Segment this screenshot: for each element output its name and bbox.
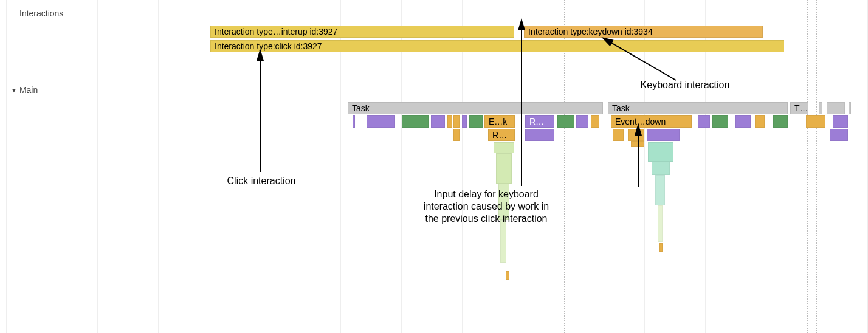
annotation-click-interaction: Click interaction [207,175,316,187]
task-block[interactable] [819,102,822,114]
flame-block[interactable] [353,115,355,128]
track-header-main[interactable]: ▼Main [11,85,38,95]
annotation-keyboard-interaction: Keyboard interaction [621,79,749,91]
flame-block[interactable] [506,271,509,280]
flame-block[interactable] [806,115,825,128]
task-block[interactable] [827,102,845,114]
flame-block[interactable] [453,115,460,128]
flame-block[interactable] [576,115,588,128]
time-marker [807,0,808,333]
flame-block[interactable] [773,115,788,128]
task-block[interactable]: Task [348,102,603,114]
flame-block[interactable] [755,115,765,128]
flame-block[interactable] [402,115,429,128]
flame-block[interactable]: R…s [488,129,515,141]
flame-block[interactable] [735,115,751,128]
flame-block[interactable] [453,129,460,141]
interaction-bar-keydown[interactable]: Interaction type:keydown id:3934 [524,26,763,38]
track-header-interactions[interactable]: Interactions [19,9,63,18]
flame-block[interactable] [655,175,665,205]
time-marker [816,0,817,333]
task-block[interactable] [849,102,851,114]
flame-block[interactable] [525,129,554,141]
flame-block[interactable] [557,115,574,128]
flame-block[interactable] [830,129,848,141]
flame-block[interactable] [658,205,663,242]
flame-block[interactable] [494,142,514,153]
flame-block[interactable] [648,142,673,162]
flame-block[interactable] [447,115,452,128]
flame-block[interactable] [431,115,445,128]
flame-block[interactable] [652,162,670,175]
flame-block[interactable] [496,153,512,184]
flame-block-event[interactable]: E…k [484,115,515,128]
task-block[interactable]: T… [790,102,808,114]
track-label-main: Main [19,85,38,95]
task-block[interactable]: Task [608,102,788,114]
flame-block[interactable] [659,243,663,252]
collapse-icon[interactable]: ▼ [11,87,17,94]
svg-line-3 [607,40,676,80]
flame-block[interactable] [647,129,680,141]
flame-block[interactable] [712,115,728,128]
flame-block[interactable] [698,115,710,128]
flame-block[interactable] [833,115,848,128]
flame-block[interactable] [500,220,506,263]
interaction-bar-click[interactable]: Interaction type:click id:3927 [210,40,784,52]
flame-block[interactable] [613,129,624,141]
flame-block-event-keydown[interactable]: Event…down [611,115,692,128]
flame-block[interactable] [591,115,599,128]
flame-block[interactable] [367,115,395,128]
flame-block[interactable] [469,115,483,128]
flame-block[interactable]: R… [525,115,554,128]
interaction-bar-pointerup[interactable]: Interaction type…interup id:3927 [210,26,514,38]
flame-block[interactable] [462,115,467,128]
annotation-input-delay: Input delay for keyboard interaction cau… [401,188,571,225]
